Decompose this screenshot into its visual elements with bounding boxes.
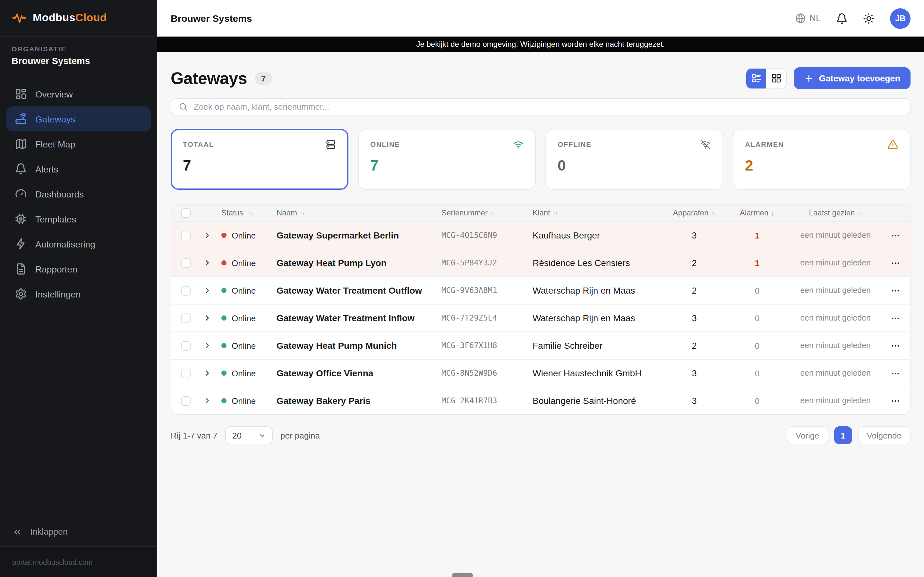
row-actions-button[interactable] [890,230,900,240]
language-selector[interactable]: NL [795,13,821,24]
chevron-right-icon[interactable] [203,396,212,405]
sidebar-item-label: Templates [35,214,76,224]
row-actions-button[interactable] [890,313,900,323]
sidebar-item-dashboards[interactable]: Dashboards [6,181,151,206]
list-view-button[interactable] [746,68,766,88]
gateway-name: Gateway Bakery Paris [276,396,436,406]
row-actions-button[interactable] [890,368,900,378]
row-checkbox[interactable] [181,396,191,406]
sidebar-item-fleet-map[interactable]: Fleet Map [6,131,151,156]
sidebar-item-instellingen[interactable]: Instellingen [6,282,151,306]
sidebar-item-label: Instellingen [35,289,81,299]
row-checkbox[interactable] [181,313,191,323]
sidebar-item-overview[interactable]: Overview [6,81,151,106]
row-checkbox[interactable] [181,368,191,378]
bell-icon [15,163,27,175]
column-header-serienummer[interactable]: Serienummer↑↓ [436,208,533,218]
page-size-select[interactable]: 20 [225,426,273,444]
previous-page-button[interactable]: Vorige [787,426,829,444]
stat-card-offline[interactable]: OFFLINE 0 [545,129,723,190]
status-dot [221,316,226,321]
sidebar-item-label: Gateways [35,114,75,124]
gateway-devices: 2 [665,341,724,350]
status-dot [221,288,226,293]
list-view-icon [751,73,761,83]
per-page-label: per pagina [280,430,320,440]
chevron-right-icon[interactable] [203,258,212,268]
avatar[interactable]: JB [890,8,911,29]
sidebar-item-gateways[interactable]: Gateways [6,106,151,131]
column-header-naam[interactable]: Naam↑↓ [276,208,436,218]
row-actions-button[interactable] [890,341,900,350]
gateway-alarms: 1 [724,258,790,268]
column-header-status[interactable]: Status↑↓ [218,208,276,218]
row-checkbox[interactable] [181,230,191,240]
table-row[interactable]: Online Gateway Supermarket Berlin MCG-4Q… [171,221,910,249]
scroll-handle[interactable] [452,573,473,577]
row-checkbox[interactable] [181,285,191,295]
current-page-button[interactable]: 1 [834,426,852,444]
stat-card-alarmen[interactable]: ALARMEN 2 [733,129,911,190]
table-row[interactable]: Online Gateway Bakery Paris MCG-2K41R7B3… [171,387,910,414]
sidebar-item-label: Dashboards [35,189,84,199]
table-row[interactable]: Online Gateway Office Vienna MCG-8N52W9D… [171,359,910,387]
row-actions-button[interactable] [890,396,900,406]
theme-toggle-button[interactable] [863,13,875,24]
column-label: Apparaten [673,208,709,218]
next-page-button[interactable]: Volgende [858,426,911,444]
table-row[interactable]: Online Gateway Heat Pump Munich MCG-3F67… [171,332,910,359]
table-row[interactable]: Online Gateway Heat Pump Lyon MCG-5P84Y3… [171,249,910,276]
gateway-client: Familie Schreiber [533,340,665,351]
page-content: Gateways 7 Gateway toevoegen [157,52,924,577]
grid-view-icon [771,73,781,83]
table-row[interactable]: Online Gateway Water Treatment Inflow MC… [171,304,910,332]
server-icon [325,139,336,150]
status-dot [221,343,226,348]
chevron-right-icon[interactable] [203,231,212,240]
chevron-right-icon[interactable] [203,341,212,350]
search-input[interactable] [194,102,903,111]
organization-block: ORGANISATIE Brouwer Systems [0,37,157,76]
row-checkbox[interactable] [181,341,191,350]
gateway-last-seen: een minuut geleden [790,258,880,268]
gateway-serial: MCG-2K41R7B3 [436,396,533,405]
column-header-laatst-gezien[interactable]: Laatst gezien↑↓ [790,208,880,218]
row-actions-button[interactable] [890,258,900,268]
status-dot [221,233,226,238]
sidebar-collapse-button[interactable]: Inklappen [0,517,157,546]
wifi-off-icon [700,139,711,150]
select-all-checkbox[interactable] [181,208,191,218]
chevron-right-icon[interactable] [203,369,212,378]
gauge-icon [15,188,27,200]
gateway-client: Waterschap Rijn en Maas [533,285,665,295]
sidebar-item-alerts[interactable]: Alerts [6,156,151,181]
organization-label: ORGANISATIE [11,45,145,53]
column-header-klant[interactable]: Klant↑↓ [533,208,665,218]
status-text: Online [232,396,256,406]
chevron-right-icon[interactable] [203,286,212,295]
add-gateway-button[interactable]: Gateway toevoegen [794,67,911,89]
table-row[interactable]: Online Gateway Water Treatment Outflow M… [171,276,910,304]
column-header-alarmen[interactable]: Alarmen↓ [724,208,790,218]
gateway-name: Gateway Heat Pump Lyon [276,258,436,268]
gateway-count-badge: 7 [255,71,272,85]
sidebar-item-label: Alerts [35,164,58,174]
chevrons-left-icon [12,527,23,537]
sidebar-item-templates[interactable]: Templates [6,206,151,231]
row-checkbox[interactable] [181,258,191,268]
pagination: Rij 1-7 van 7 20 per pagina Vorige 1 Vol… [171,426,911,444]
pagination-left: Rij 1-7 van 7 20 per pagina [171,426,320,444]
notifications-button[interactable] [836,13,848,24]
chevron-right-icon[interactable] [203,314,212,322]
stat-card-online[interactable]: ONLINE 7 [358,129,536,190]
stat-card-totaal[interactable]: TOTAAL 7 [171,129,349,190]
stat-card-top: ONLINE [370,140,523,150]
sidebar-item-rapporten[interactable]: Rapporten [6,256,151,282]
grid-view-button[interactable] [766,68,786,88]
sidebar-item-automatisering[interactable]: Automatisering [6,231,151,256]
status-text: Online [232,258,256,268]
column-header-apparaten[interactable]: Apparaten↑↓ [665,208,724,218]
row-actions-button[interactable] [890,285,900,295]
brand-logo[interactable]: ModbusCloud [0,0,157,37]
gateway-client: Boulangerie Saint-Honoré [533,396,665,406]
